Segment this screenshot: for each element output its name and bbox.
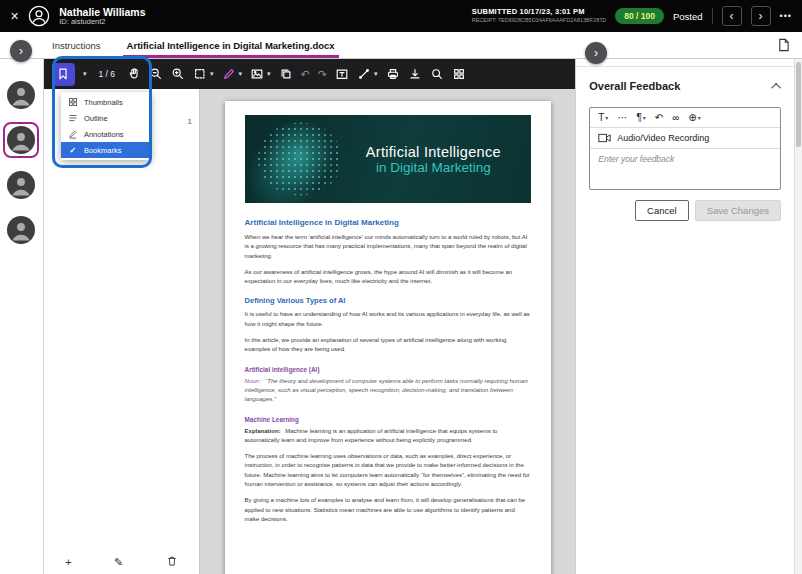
submitted-timestamp: SUBMITTED 10/17/23, 3:01 PM xyxy=(472,7,607,17)
avatar xyxy=(7,216,35,244)
doc-paragraph: By giving a machine lots of examples to … xyxy=(245,496,531,524)
receipt-id: RECEIPT: 7ED6928CB5D34AF6AAAFD2A813BF287… xyxy=(472,17,607,24)
student-avatar-rail xyxy=(0,59,44,574)
rail-student-4[interactable] xyxy=(3,212,39,248)
grade-status: Posted xyxy=(673,11,703,22)
collapse-left-panel-button[interactable]: › xyxy=(10,40,32,62)
chevron-down-icon: ▾ xyxy=(605,114,608,121)
redo-icon[interactable]: ↷ xyxy=(318,68,327,81)
editor-toolbar: T ▾ ⋯ ¶ ▾ ↶ ∞ ⊕ ▾ xyxy=(590,108,780,128)
grader-app: ✕ Nathalie Williams ID: aistudent2 SUBMI… xyxy=(0,0,802,574)
doc-subheading-ai: Artificial intelligence (AI) xyxy=(245,366,531,373)
image-stamp-icon[interactable] xyxy=(250,67,264,81)
select-tool-group: ▾ xyxy=(193,67,214,81)
search-icon[interactable] xyxy=(430,67,444,81)
divider xyxy=(576,66,794,67)
thumbnails-panel: 1 + ✎ xyxy=(44,89,200,574)
pilcrow-icon: ¶ xyxy=(636,112,641,123)
line-dropdown-chevron-icon[interactable]: ▾ xyxy=(374,70,378,78)
bookmark-dropdown-chevron-icon[interactable]: ▾ xyxy=(83,70,87,78)
editor-undo-icon[interactable]: ↶ xyxy=(655,112,663,123)
doc-subheading-ml: Machine Learning xyxy=(245,416,531,423)
viewer-toolbar: ▾ 1 / 6 ▾ xyxy=(44,59,575,89)
marquee-select-icon[interactable] xyxy=(193,67,207,81)
noun-text: “The theory and development of computer … xyxy=(245,378,528,403)
rail-student-3[interactable] xyxy=(3,167,39,203)
doc-definition: Noun: “The theory and development of com… xyxy=(245,377,531,405)
undo-icon[interactable]: ↶ xyxy=(301,68,310,81)
more-formatting-icon[interactable]: ⋯ xyxy=(617,112,627,123)
thumbnail-page-number: 1 xyxy=(187,117,191,126)
rail-student-2-selected[interactable] xyxy=(3,122,39,158)
pan-tool-icon[interactable] xyxy=(127,67,141,81)
stamp-tool-group: ▾ xyxy=(250,67,271,81)
menu-item-annotations[interactable]: Annotations xyxy=(61,126,151,142)
avatar xyxy=(7,171,35,199)
collapse-feedback-panel-button[interactable]: › xyxy=(585,42,607,64)
line-tool-icon[interactable] xyxy=(357,67,371,81)
select-dropdown-chevron-icon[interactable]: ▾ xyxy=(210,70,214,78)
next-student-button[interactable]: › xyxy=(751,6,771,26)
grid-view-icon[interactable] xyxy=(452,67,466,81)
edit-bookmark-icon[interactable]: ✎ xyxy=(114,556,123,569)
previous-student-button[interactable]: ‹ xyxy=(722,6,742,26)
save-changes-button[interactable]: Save Changes xyxy=(695,200,781,221)
document-canvas[interactable]: Artificial Intelligence in Digital Marke… xyxy=(200,89,575,574)
annotations-icon xyxy=(68,129,78,139)
feedback-input[interactable] xyxy=(590,149,780,189)
print-icon[interactable] xyxy=(386,67,400,81)
menu-item-label: Thumbnails xyxy=(84,98,123,107)
vertical-scrollbar[interactable] xyxy=(794,59,802,574)
stamp-dropdown-chevron-icon[interactable]: ▾ xyxy=(267,70,271,78)
more-options-icon[interactable]: ••• xyxy=(780,11,792,21)
tab-instructions[interactable]: Instructions xyxy=(52,32,101,58)
menu-item-label: Outline xyxy=(84,114,108,123)
close-icon[interactable]: ✕ xyxy=(10,10,19,23)
feedback-panel: Overall Feedback T ▾ ⋯ ¶ ▾ ↶ ∞ xyxy=(575,59,794,574)
feedback-header: Overall Feedback xyxy=(589,80,781,92)
bookmark-icon xyxy=(56,67,70,81)
page-view-icon[interactable] xyxy=(777,32,790,58)
zoom-in-icon[interactable] xyxy=(171,67,185,81)
menu-item-thumbnails[interactable]: Thumbnails xyxy=(61,94,151,110)
copy-pages-icon[interactable] xyxy=(279,67,293,81)
menu-item-outline[interactable]: Outline xyxy=(61,110,151,126)
divider xyxy=(712,8,713,24)
tab-document[interactable]: Artificial Intelligence in Digital Marke… xyxy=(127,32,335,58)
text-annotation-icon[interactable] xyxy=(335,67,349,81)
menu-item-bookmarks[interactable]: ✓ Bookmarks xyxy=(61,142,151,158)
insert-link-icon[interactable]: ∞ xyxy=(672,112,679,123)
download-icon[interactable] xyxy=(408,67,422,81)
chevron-down-icon: ▾ xyxy=(643,114,646,121)
rail-student-1[interactable] xyxy=(3,77,39,113)
doc-heading: Artificial Intelligence in Digital Marke… xyxy=(245,218,531,227)
collapse-feedback-chevron-icon[interactable] xyxy=(771,82,781,92)
cancel-button[interactable]: Cancel xyxy=(635,200,689,221)
zoom-out-icon[interactable] xyxy=(149,67,163,81)
document-viewer: ▾ 1 / 6 ▾ xyxy=(44,59,575,574)
delete-bookmark-icon[interactable] xyxy=(166,555,178,569)
paragraph-style-button[interactable]: ¶ ▾ xyxy=(636,112,645,123)
feedback-title: Overall Feedback xyxy=(589,80,680,92)
doc-paragraph: The process of machine learning uses obs… xyxy=(245,452,531,489)
pen-dropdown-chevron-icon[interactable]: ▾ xyxy=(239,70,243,78)
plus-circle-icon: ⊕ xyxy=(688,112,696,123)
outline-icon xyxy=(68,113,78,123)
insert-content-button[interactable]: ⊕ ▾ xyxy=(688,112,700,123)
viewer-body: 1 + ✎ Artificial Intelligence in xyxy=(44,89,575,574)
explanation-label: Explanation: xyxy=(245,428,281,434)
document-page: Artificial Intelligence in Digital Marke… xyxy=(225,101,551,574)
grade-pill[interactable]: 80 / 100 xyxy=(615,8,664,24)
scrollbar-thumb[interactable] xyxy=(796,62,801,147)
audio-video-recording-button[interactable]: Audio/Video Recording xyxy=(590,128,780,149)
pen-tool-icon[interactable] xyxy=(222,67,236,81)
student-id: ID: aistudent2 xyxy=(59,18,145,27)
doc-heading-2: Defining Various Types of AI xyxy=(245,296,531,305)
bookmark-panel-button[interactable] xyxy=(52,63,75,86)
thumbnail-tools: + ✎ xyxy=(44,555,199,569)
feedback-editor: T ▾ ⋯ ¶ ▾ ↶ ∞ ⊕ ▾ xyxy=(589,107,781,190)
video-camera-icon xyxy=(598,133,611,143)
text-style-button[interactable]: T ▾ xyxy=(598,112,608,123)
doc-paragraph: When we hear the term 'artificial intell… xyxy=(245,233,531,261)
add-bookmark-icon[interactable]: + xyxy=(65,556,71,568)
